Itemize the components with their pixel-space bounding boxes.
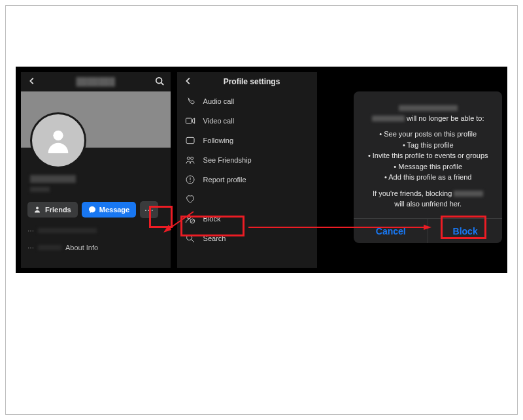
following-icon bbox=[185, 135, 195, 146]
block-effect-item: See your posts on this profile bbox=[360, 129, 496, 140]
redacted-name bbox=[399, 105, 458, 111]
outro-suffix: will also unfriend her. bbox=[394, 200, 462, 208]
settings-header: Profile settings bbox=[177, 72, 318, 91]
intro-suffix: will no longer be able to: bbox=[407, 114, 484, 122]
dialog-name-line bbox=[360, 102, 496, 113]
settings-item-label: Audio call bbox=[203, 97, 235, 105]
settings-item-report-profile[interactable]: Report profile bbox=[177, 170, 318, 189]
settings-item-search[interactable]: Search bbox=[177, 229, 318, 248]
friends-button[interactable]: Friends bbox=[27, 202, 78, 218]
more-dots: ··· bbox=[144, 204, 154, 215]
spacer bbox=[324, 72, 347, 268]
block-effect-item: Message this profile bbox=[360, 161, 496, 172]
dialog-intro: will no longer be able to: bbox=[360, 113, 496, 124]
dialog-footer: Cancel Block bbox=[354, 218, 502, 243]
redacted-name bbox=[372, 116, 405, 121]
settings-item-following[interactable]: Following bbox=[177, 131, 318, 150]
profile-meta-row-2: ··· About Info bbox=[27, 243, 171, 252]
phone-icon bbox=[185, 96, 195, 106]
svg-rect-4 bbox=[186, 118, 192, 123]
friends-label: Friends bbox=[45, 206, 71, 214]
redacted-text bbox=[38, 245, 61, 250]
profile-subname-redacted bbox=[30, 187, 50, 192]
cancel-label: Cancel bbox=[376, 226, 406, 236]
more-button[interactable]: ··· bbox=[140, 201, 158, 218]
svg-point-15 bbox=[186, 235, 192, 240]
block-label: Block bbox=[453, 226, 478, 236]
back-icon[interactable] bbox=[184, 76, 193, 88]
settings-item-see-friendship[interactable]: See Friendship bbox=[177, 150, 318, 170]
settings-item-favorite[interactable] bbox=[177, 189, 318, 209]
cancel-button[interactable]: Cancel bbox=[354, 219, 428, 243]
profile-meta-row-1: ··· bbox=[27, 226, 171, 235]
message-button[interactable]: Message bbox=[82, 202, 136, 218]
svg-point-3 bbox=[36, 207, 39, 210]
svg-point-11 bbox=[190, 182, 190, 182]
svg-line-16 bbox=[192, 240, 194, 242]
profile-title: ███████ bbox=[37, 77, 155, 86]
block-effect-item: Invite this profile to events or groups bbox=[360, 150, 496, 161]
report-icon bbox=[185, 174, 195, 185]
outro-prefix: If you're friends, blocking bbox=[373, 189, 454, 197]
settings-item-block[interactable]: Block bbox=[177, 209, 318, 229]
svg-point-2 bbox=[53, 131, 63, 140]
block-dialog: will no longer be able to: See your post… bbox=[354, 91, 502, 243]
profile-name-redacted bbox=[30, 175, 76, 183]
block-icon bbox=[185, 214, 195, 224]
settings-item-label: Video call bbox=[203, 117, 235, 125]
block-effect-item: Add this profile as a friend bbox=[360, 172, 496, 183]
profile-actions: Friends Message ··· bbox=[27, 201, 164, 218]
redacted-name bbox=[454, 191, 483, 197]
settings-item-label: Report profile bbox=[203, 176, 246, 184]
dialog-outro: If you're friends, blocking will also un… bbox=[360, 188, 496, 210]
search-icon bbox=[185, 233, 195, 244]
svg-point-7 bbox=[187, 157, 190, 159]
search-icon[interactable] bbox=[155, 76, 164, 88]
more-dots-small: ··· bbox=[27, 226, 34, 235]
tutorial-stage: ███████ Friends Message ··· ··· bbox=[16, 67, 507, 273]
message-label: Message bbox=[99, 206, 129, 214]
dialog-body: will no longer be able to: See your post… bbox=[354, 91, 502, 210]
video-icon bbox=[185, 116, 195, 126]
block-button[interactable]: Block bbox=[428, 219, 502, 243]
profile-header: ███████ bbox=[21, 72, 171, 91]
svg-point-0 bbox=[156, 77, 161, 83]
settings-panel: Profile settings Audio callVideo callFol… bbox=[177, 72, 318, 268]
svg-line-1 bbox=[161, 82, 163, 85]
friendship-icon bbox=[185, 155, 195, 165]
svg-marker-5 bbox=[192, 118, 194, 123]
settings-item-label: Search bbox=[203, 234, 226, 242]
svg-point-12 bbox=[187, 216, 190, 219]
redacted-text bbox=[38, 228, 97, 233]
about-label: About Info bbox=[65, 244, 98, 251]
settings-item-video-call[interactable]: Video call bbox=[177, 111, 318, 131]
block-effect-item: Tag this profile bbox=[360, 140, 496, 151]
settings-title: Profile settings bbox=[193, 77, 311, 86]
heart-icon bbox=[185, 194, 195, 204]
settings-item-label: Following bbox=[203, 137, 233, 144]
back-icon[interactable] bbox=[27, 76, 37, 88]
settings-item-audio-call[interactable]: Audio call bbox=[177, 91, 318, 111]
svg-point-8 bbox=[190, 157, 193, 159]
settings-item-label: Block bbox=[203, 215, 221, 223]
more-dots-small: ··· bbox=[27, 243, 34, 252]
settings-item-label: See Friendship bbox=[203, 156, 252, 164]
profile-panel: ███████ Friends Message ··· ··· bbox=[21, 72, 171, 268]
avatar[interactable] bbox=[30, 112, 86, 169]
svg-line-14 bbox=[191, 219, 194, 223]
block-effects-list: See your posts on this profileTag this p… bbox=[360, 129, 496, 183]
